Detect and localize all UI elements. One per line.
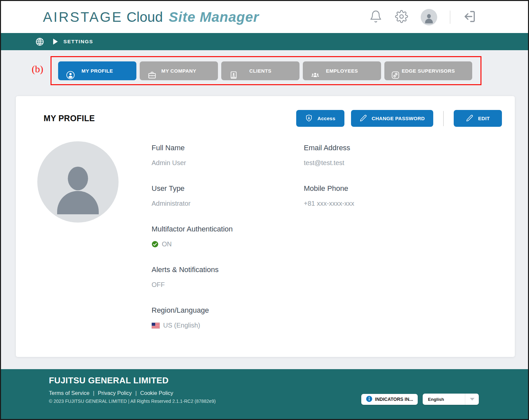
- triangle-right-icon: [53, 39, 58, 45]
- header-actions: [369, 9, 476, 25]
- gear-icon: [395, 10, 408, 24]
- globe-icon: [35, 37, 44, 46]
- actions-divider: [443, 111, 444, 126]
- terms-of-service-link[interactable]: Terms of Service: [49, 390, 89, 396]
- tab-edge-supervisors[interactable]: EDGE SUPERVISORS: [384, 61, 472, 80]
- change-password-button-label: CHANGE PASSWORD: [372, 116, 425, 121]
- edit-button[interactable]: EDIT: [454, 110, 502, 127]
- annotation-red-box: MY PROFILE MY COMPANY: [51, 56, 481, 85]
- footer-company-name: FUJITSU GENERAL LIMITED: [49, 375, 216, 386]
- field-label: Multifactor Authentication: [152, 225, 297, 233]
- privacy-policy-link[interactable]: Privacy Policy: [98, 390, 132, 396]
- field-label: Email Address: [304, 144, 449, 152]
- tab-label: MY PROFILE: [82, 68, 113, 74]
- profile-fields-right: Email Address test@test.test Mobile Phon…: [304, 144, 449, 225]
- field-label: Mobile Phone: [304, 184, 449, 193]
- language-select-value: English: [423, 397, 465, 402]
- link-separator: |: [93, 390, 94, 396]
- profile-avatar: [37, 141, 119, 223]
- cookie-policy-link[interactable]: Cookie Policy: [140, 390, 173, 396]
- app-footer: FUJITSU GENERAL LIMITED Terms of Service…: [1, 369, 528, 419]
- region-value: US (English): [163, 322, 200, 329]
- us-flag-icon: [152, 323, 160, 329]
- notifications-button[interactable]: [369, 10, 382, 24]
- field-mobile-phone: Mobile Phone +81 xxx-xxxx-xxx: [304, 184, 449, 207]
- field-value: Admin User: [152, 159, 297, 167]
- indicators-button-label: INDICATORS IN...: [375, 397, 413, 402]
- pencil-icon: [360, 114, 367, 123]
- footer-links: Terms of Service | Privacy Policy | Cook…: [49, 390, 216, 396]
- profile-card: MY PROFILE Access: [16, 96, 515, 357]
- tab-strip: (b) MY PROFILE: [1, 50, 528, 89]
- access-button[interactable]: Access: [296, 110, 344, 127]
- tab-employees[interactable]: EMPLOYEES: [303, 61, 381, 80]
- profile-actions: Access CHANGE PASSWORD: [296, 110, 502, 127]
- user-avatar-icon: [422, 11, 436, 25]
- pencil-icon: [466, 114, 474, 123]
- chevron-down-icon: [470, 398, 475, 401]
- account-avatar-button[interactable]: [421, 9, 437, 25]
- field-value: Administrator: [152, 200, 297, 207]
- footer-copyright: © 2023 FUJITSU GENERAL LIMITED | All Rig…: [49, 399, 216, 404]
- field-region-language: Region/Language: [152, 306, 297, 329]
- indicators-info-button[interactable]: INDICATORS IN...: [361, 394, 418, 405]
- tab-clients[interactable]: CLIENTS: [221, 61, 300, 80]
- profile-fields-left: Full Name Admin User User Type Administr…: [152, 144, 297, 347]
- field-value: +81 xxx-xxxx-xxx: [304, 200, 449, 207]
- language-select[interactable]: English: [423, 394, 479, 405]
- field-value: US (English): [152, 322, 297, 329]
- field-label: Region/Language: [152, 306, 297, 315]
- profile-card-header: MY PROFILE Access: [16, 96, 515, 127]
- tab-label: EMPLOYEES: [326, 68, 358, 74]
- edit-button-label: EDIT: [478, 116, 490, 121]
- info-icon: [366, 396, 372, 403]
- field-value: ON: [152, 240, 297, 248]
- logout-icon: [463, 10, 476, 24]
- shield-person-icon: [305, 114, 313, 123]
- breadcrumb-bar: SETTINGS: [1, 33, 528, 50]
- brand-cloud: Cloud: [126, 9, 163, 25]
- field-mfa: Multifactor Authentication ON: [152, 225, 297, 248]
- alerts-status: OFF: [152, 281, 297, 289]
- field-email: Email Address test@test.test: [304, 144, 449, 167]
- bell-icon: [369, 10, 382, 24]
- app-window: AIRSTAGE Cloud Site Manager: [0, 0, 529, 420]
- tab-label: MY COMPANY: [161, 68, 196, 74]
- access-button-label: Access: [317, 116, 335, 121]
- field-user-type: User Type Administrator: [152, 184, 297, 207]
- field-label: Alerts & Notifications: [152, 265, 297, 274]
- field-label: User Type: [152, 184, 297, 193]
- brand-logo: AIRSTAGE Cloud Site Manager: [43, 9, 259, 25]
- brand-product-name: Site Manager: [169, 9, 259, 25]
- language-select-toggle[interactable]: [465, 394, 479, 405]
- tab-label: CLIENTS: [249, 68, 271, 74]
- brand-airstage: AIRSTAGE: [43, 9, 123, 25]
- settings-button[interactable]: [395, 10, 408, 24]
- annotation-label: (b): [32, 63, 43, 75]
- field-value: test@test.test: [304, 159, 449, 167]
- header-divider: [450, 11, 450, 24]
- tab-my-profile[interactable]: MY PROFILE: [58, 61, 136, 80]
- tab-label: EDGE SUPERVISORS: [402, 68, 455, 74]
- field-full-name: Full Name Admin User: [152, 144, 297, 167]
- page-title: MY PROFILE: [44, 114, 95, 123]
- field-alerts: Alerts & Notifications OFF: [152, 265, 297, 289]
- field-label: Full Name: [152, 144, 297, 152]
- link-separator: |: [135, 390, 137, 396]
- footer-company-block: FUJITSU GENERAL LIMITED Terms of Service…: [49, 375, 216, 404]
- mfa-status: ON: [162, 240, 172, 248]
- check-circle-icon: [152, 241, 159, 248]
- change-password-button[interactable]: CHANGE PASSWORD: [351, 110, 433, 127]
- tab-my-company[interactable]: MY COMPANY: [140, 61, 218, 80]
- breadcrumb-settings[interactable]: SETTINGS: [63, 39, 93, 45]
- person-silhouette-icon: [43, 152, 113, 223]
- logout-button[interactable]: [463, 10, 476, 24]
- app-header: AIRSTAGE Cloud Site Manager: [1, 1, 528, 33]
- footer-controls: INDICATORS IN... English: [361, 394, 479, 405]
